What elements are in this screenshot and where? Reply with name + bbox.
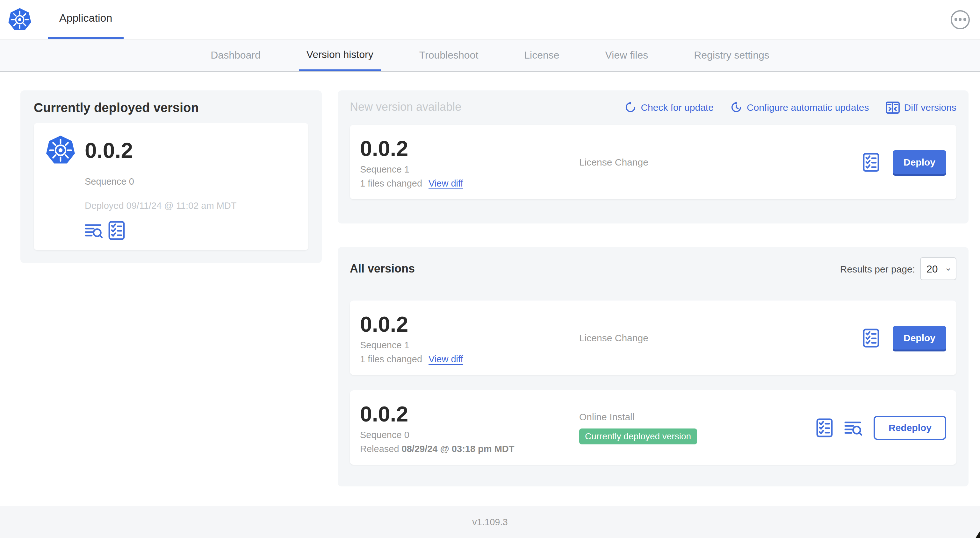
- row-version-number: 0.0.2: [360, 402, 579, 425]
- row-sequence: Sequence 1: [360, 164, 579, 174]
- app-title-tab[interactable]: Application: [48, 0, 124, 39]
- results-per-page-label: Results per page:: [840, 263, 915, 274]
- overflow-menu-button[interactable]: [951, 10, 970, 29]
- row-sequence: Sequence 0: [360, 429, 579, 440]
- row-version-number: 0.0.2: [360, 312, 579, 336]
- console-version: v1.109.3: [472, 517, 508, 527]
- row-version-number: 0.0.2: [360, 136, 579, 160]
- deployed-version-card: 0.0.2 Sequence 0 Deployed 09/11/24 @ 11:…: [34, 123, 309, 250]
- all-versions-panel: All versions Results per page: 20 ⌄: [338, 247, 969, 486]
- change-type-label: License Change: [579, 332, 863, 343]
- tab-version-history[interactable]: Version history: [299, 40, 381, 71]
- view-diff-link[interactable]: View diff: [428, 354, 463, 364]
- deployed-sequence: Sequence 0: [85, 176, 297, 187]
- app-title: Application: [59, 12, 112, 25]
- released-label: Released: [360, 443, 402, 454]
- preflight-checks-icon[interactable]: [863, 152, 879, 171]
- cursor-artifact: [975, 531, 980, 538]
- row-sequence: Sequence 1: [360, 340, 579, 350]
- tab-license[interactable]: License: [517, 40, 567, 71]
- deployed-version-number: 0.0.2: [85, 138, 133, 162]
- all-versions-title: All versions: [350, 262, 415, 275]
- new-version-title: New version available: [350, 101, 461, 114]
- top-bar: Application: [0, 0, 980, 40]
- preflight-checks-icon[interactable]: [816, 418, 833, 437]
- tab-view-files[interactable]: View files: [598, 40, 656, 71]
- preflight-checks-icon[interactable]: [863, 328, 879, 347]
- version-row: 0.0.2 Sequence 1 1 files changed View di…: [350, 300, 956, 375]
- section-nav: Dashboard Version history Troubleshoot L…: [0, 40, 980, 72]
- view-deploy-logs-icon[interactable]: [85, 222, 103, 239]
- change-type-label: License Change: [579, 157, 863, 167]
- tab-dashboard[interactable]: Dashboard: [203, 40, 268, 71]
- diff-icon: [885, 101, 899, 114]
- configure-automatic-updates-link[interactable]: Configure automatic updates: [730, 101, 869, 113]
- released-date: 08/29/24 @ 03:18 pm MDT: [402, 443, 514, 454]
- page-footer: v1.109.3: [0, 506, 980, 538]
- view-deploy-logs-icon[interactable]: [845, 419, 862, 436]
- currently-deployed-title: Currently deployed version: [34, 101, 309, 115]
- install-type-label: Online Install: [579, 411, 816, 422]
- check-for-update-link[interactable]: Check for update: [624, 101, 714, 113]
- version-row: 0.0.2 Sequence 0 Released 08/29/24 @ 03:…: [350, 390, 956, 465]
- deploy-button[interactable]: Deploy: [893, 326, 946, 349]
- ellipsis-icon: [955, 18, 958, 21]
- currently-deployed-panel: Currently deployed version 0.0.2 Sequenc…: [21, 90, 322, 263]
- preflight-checks-icon[interactable]: [108, 221, 125, 240]
- deploy-button[interactable]: Deploy: [893, 150, 946, 174]
- new-version-row: 0.0.2 Sequence 1 1 files changed View di…: [350, 125, 956, 199]
- tab-registry-settings[interactable]: Registry settings: [686, 40, 777, 71]
- results-per-page-select[interactable]: 20: [920, 257, 956, 280]
- main-content: Currently deployed version 0.0.2 Sequenc…: [0, 72, 980, 486]
- tab-troubleshoot[interactable]: Troubleshoot: [412, 40, 486, 71]
- admin-console-page: Application Dashboard Version history Tr…: [0, 0, 980, 538]
- diff-versions-link[interactable]: Diff versions: [885, 101, 956, 114]
- clock-refresh-icon: [730, 101, 742, 113]
- redeploy-button[interactable]: Redeploy: [874, 416, 946, 440]
- deployed-timestamp: Deployed 09/11/24 @ 11:02 am MDT: [85, 200, 297, 211]
- kubernetes-app-icon: [45, 134, 76, 166]
- refresh-icon: [624, 101, 636, 113]
- new-version-panel: New version available Check for update: [338, 90, 969, 224]
- files-changed-label: 1 files changed: [360, 354, 422, 364]
- files-changed-label: 1 files changed: [360, 178, 422, 188]
- view-diff-link[interactable]: View diff: [428, 178, 463, 188]
- currently-deployed-badge: Currently deployed version: [579, 428, 697, 444]
- kubernetes-logo-icon: [8, 7, 32, 32]
